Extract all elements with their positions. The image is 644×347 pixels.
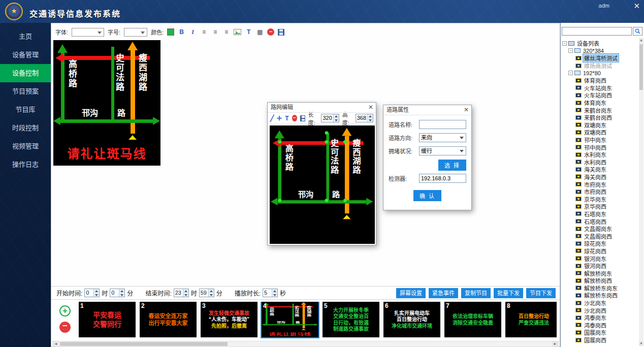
tree-device[interactable]: 石塔岗西 <box>562 217 638 225</box>
tree-collapse-icon[interactable]: - <box>568 71 573 75</box>
search-button[interactable] <box>633 27 642 36</box>
spinner-buttons[interactable] <box>272 289 277 297</box>
tree-device[interactable]: 银河岗西 <box>562 262 638 270</box>
program-thumbnail[interactable]: 高桥路 史可法路 瘦西湖路 邗沟 路 请礼让斑马线 4 <box>262 302 318 337</box>
scroll-right-icon[interactable]: ► <box>552 341 558 346</box>
tree-device[interactable]: 双塘岗东 <box>562 121 638 129</box>
spinner-buttons[interactable] <box>93 289 99 297</box>
tree-device[interactable]: 水利岗西 <box>562 159 638 166</box>
text-tool-button[interactable]: T <box>245 28 252 36</box>
move-cross-icon[interactable]: ✛ <box>277 115 282 122</box>
scroll-left-icon[interactable]: ◄ <box>53 341 59 346</box>
junction-dot[interactable] <box>325 199 329 202</box>
length-spinner[interactable]: 320 <box>321 114 339 122</box>
led-preview[interactable]: 高桥路 史可法路 瘦西湖路 邗沟 路 请礼让斑马线 <box>53 40 160 166</box>
vertical-scrollbar[interactable]: ▲ ▼ <box>639 38 643 346</box>
align-right-icon[interactable]: ≡ <box>222 28 230 36</box>
spinner-buttons[interactable] <box>333 114 339 122</box>
tree-device[interactable]: 来鹤台岗东 <box>562 106 638 114</box>
tree-device[interactable]: 文昌阁岗西 <box>562 232 638 240</box>
tree-device[interactable]: 京华岗东 <box>562 195 638 203</box>
tree-device[interactable]: 石塔岗东 <box>562 210 638 218</box>
tree-device[interactable]: 邗中岗东 <box>562 136 638 144</box>
sidebar-item-home[interactable]: 主页 <box>0 27 51 46</box>
color-swatch[interactable] <box>167 28 174 36</box>
tree-collapse-icon[interactable]: - <box>562 41 567 46</box>
window-close-icon[interactable]: ✕ <box>633 2 640 11</box>
junction-dot[interactable] <box>343 199 347 202</box>
tree-device[interactable]: 火车站岗东 <box>562 84 638 92</box>
detector-input[interactable] <box>419 174 466 183</box>
sidebar-item-device-management[interactable]: 设备管理 <box>0 46 51 64</box>
program-thumbnail[interactable]: 春运安全连万家出行平安靠大家2 <box>140 302 197 337</box>
junction-dot[interactable] <box>278 199 281 202</box>
sidebar-item-device-control[interactable]: 设备控制 <box>0 64 51 82</box>
junction-dot[interactable] <box>278 140 281 144</box>
copy-program-button[interactable]: 复制节目 <box>461 288 491 298</box>
tree-device[interactable]: 体育岗西 <box>562 77 638 84</box>
tree-device[interactable]: 鸿泰岗东 <box>562 314 638 322</box>
duration-spinner[interactable]: 5 <box>263 289 278 297</box>
tree-device[interactable]: 京华岗西 <box>562 203 638 210</box>
italic-button[interactable]: I <box>189 28 197 36</box>
tree-device[interactable]: 鸿泰岗西 <box>562 322 638 329</box>
tree-device[interactable]: 水利岗东 <box>562 151 638 159</box>
horizontal-scrollbar[interactable]: ◄ ► <box>52 341 559 347</box>
tree-device[interactable]: 银河岗东 <box>562 255 638 262</box>
scroll-up-icon[interactable]: ▲ <box>639 38 643 43</box>
road-direction-select[interactable]: 来向 <box>419 133 466 142</box>
tree-device[interactable]: 琼花岗西 <box>562 247 638 255</box>
tree-device[interactable]: 海关岗东 <box>562 166 638 173</box>
tree-device[interactable]: 市府岗西 <box>562 188 638 196</box>
spinner-buttons[interactable] <box>367 114 373 122</box>
tree-collapse-icon[interactable]: - <box>568 48 573 53</box>
tree-device[interactable]: 螺丝湾桥测试 <box>562 54 638 62</box>
tree-device[interactable]: 解放桥岗东 <box>562 269 638 277</box>
close-icon[interactable]: ✕ <box>464 105 469 115</box>
insert-image-icon[interactable] <box>234 29 241 35</box>
font-select[interactable] <box>72 28 104 37</box>
tree-group[interactable]: -192*80 <box>562 69 638 77</box>
tree-device[interactable]: 邗中岗西 <box>562 143 638 151</box>
junction-dot[interactable] <box>325 140 329 144</box>
sidebar-item-period-control[interactable]: 时段控制 <box>0 119 51 137</box>
scrollbar-thumb[interactable] <box>639 44 643 90</box>
tree-device[interactable]: 维扬商测试 <box>562 62 638 70</box>
tree-device[interactable]: 文昌阁岗东 <box>562 225 638 233</box>
align-left-icon[interactable]: ≡ <box>200 28 208 36</box>
program-thumbnail[interactable]: 百日整治行动严查交通违法8 <box>505 302 557 337</box>
tree-device[interactable]: 解放桥岗西 <box>562 277 638 285</box>
bold-button[interactable]: B <box>178 28 185 36</box>
tree-root-device-list[interactable]: -设备列表 <box>562 40 638 47</box>
text-tool-icon[interactable]: T <box>285 115 288 122</box>
spinner-buttons[interactable] <box>208 289 214 297</box>
height-spinner[interactable]: 368 <box>356 114 373 122</box>
tree-device[interactable]: 沙北岗东 <box>562 299 638 307</box>
close-icon[interactable]: ✕ <box>368 103 373 112</box>
font-size-select[interactable] <box>124 28 147 37</box>
program-thumbnail[interactable]: 扎实开展电动车百日整治行动净化城市交通环境6 <box>383 302 440 337</box>
start-minute-spinner[interactable]: 0 <box>110 289 125 297</box>
select-button[interactable]: 选 择 <box>438 160 466 171</box>
spinner-buttons[interactable] <box>183 289 188 297</box>
delete-icon[interactable]: − <box>292 115 297 121</box>
spinner-buttons[interactable] <box>119 289 124 297</box>
tree-device[interactable]: 解放桥东岗东 <box>562 285 638 292</box>
end-hour-spinner[interactable]: 23 <box>174 289 189 297</box>
tree-device[interactable]: 来鹤台岗西 <box>562 114 638 121</box>
tree-device[interactable]: 国展岗东 <box>562 329 638 336</box>
add-program-button[interactable]: + <box>59 305 71 317</box>
sidebar-item-video-management[interactable]: 视频管理 <box>0 137 51 155</box>
scrollbar-thumb[interactable] <box>60 342 228 346</box>
end-minute-spinner[interactable]: 59 <box>199 289 214 297</box>
confirm-button[interactable]: 确 认 <box>413 190 441 201</box>
tree-device[interactable]: 市府岗东 <box>562 180 638 188</box>
dialog-titlebar[interactable]: 路网编辑 ✕ <box>268 103 376 113</box>
save-icon[interactable] <box>300 115 305 121</box>
remove-program-button[interactable]: − <box>59 322 71 333</box>
tree-device[interactable]: 国展岗西 <box>562 336 638 344</box>
emergency-event-button[interactable]: 紧急事件 <box>429 288 458 298</box>
tree-device[interactable]: 海关岗西 <box>562 173 638 181</box>
tree-group[interactable]: -320*384 <box>562 47 638 55</box>
tree-device[interactable]: 体育岗东 <box>562 99 638 107</box>
